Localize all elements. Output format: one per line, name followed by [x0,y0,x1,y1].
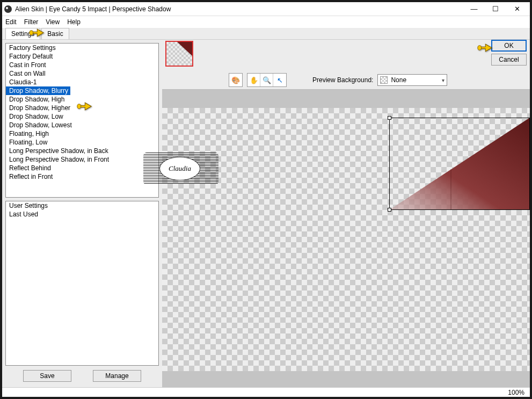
svg-point-0 [30,31,33,35]
preview-thumbnail[interactable] [165,41,193,67]
zoom-level: 100% [508,389,524,396]
minimize-button[interactable]: — [463,3,485,15]
list-item[interactable]: Drop Shadow, Blurry [6,86,70,95]
svg-point-1 [77,104,81,109]
list-item[interactable]: Long Perspective Shadow, in Front [6,155,158,164]
preview-bg-label: Preview Background: [312,76,373,84]
arrow-tool[interactable]: ↖ [273,74,286,86]
hand-pointer-icon [477,41,495,55]
factory-header: Factory Settings [6,43,158,52]
list-item[interactable]: Cast on Wall [6,69,158,78]
list-item[interactable]: Reflect Behind [6,164,158,172]
preview-toolbar: 🎨 ✋ 🔍 ↖ Preview Background: None ▾ OK Ca… [162,71,530,89]
maximize-button[interactable]: ☐ [485,3,506,15]
tool-group-1: 🎨 [229,73,243,87]
menubar: Edit Filter View Help [2,16,530,28]
tabs-row: Settings Basic [2,28,530,40]
left-buttons: Save Manage [5,366,159,384]
selection-handle[interactable] [388,208,391,212]
list-item[interactable]: Floating, High [6,129,158,138]
app-icon [4,5,12,13]
cancel-button[interactable]: Cancel [491,54,527,66]
user-header: User Settings [6,201,158,210]
list-item[interactable]: Drop Shadow, Low [6,112,158,121]
right-panel: 🎨 ✋ 🔍 ↖ Preview Background: None ▾ OK Ca… [162,40,530,387]
chevron-down-icon: ▾ [442,77,444,83]
watermark-stamp: Claudia [143,153,218,185]
manage-button[interactable]: Manage [93,370,141,382]
zoom-tool[interactable]: 🔍 [260,74,273,86]
menu-edit[interactable]: Edit [5,18,17,26]
color-picker-tool[interactable]: 🎨 [229,74,242,86]
main-area: Factory Settings Factory DefaultCast in … [2,40,530,387]
ok-button[interactable]: OK [491,40,527,52]
list-item[interactable]: Last Used [6,210,158,219]
menu-filter[interactable]: Filter [24,18,39,26]
selection-handle[interactable] [388,116,391,120]
thumbnail-row [162,40,530,71]
list-item[interactable]: Cast in Front [6,61,158,69]
window-controls: — ☐ ✕ [463,3,528,15]
list-item[interactable]: Claudia-1 [6,78,158,86]
titlebar: Alien Skin | Eye Candy 5 Impact | Perspe… [2,2,530,16]
user-settings-list[interactable]: User Settings Last Used [5,201,159,366]
menu-view[interactable]: View [46,18,60,26]
status-bar: 100% [2,387,530,397]
window-title: Alien Skin | Eye Candy 5 Impact | Perspe… [15,5,463,13]
save-button[interactable]: Save [23,370,71,382]
watermark-text: Claudia [159,157,200,180]
hand-pointer-icon [29,26,47,40]
list-item[interactable]: Factory Default [6,52,158,61]
hand-tool[interactable]: ✋ [247,74,260,86]
list-item[interactable]: Long Perspective Shadow, in Back [6,147,158,155]
hand-pointer-icon [77,99,95,113]
close-button[interactable]: ✕ [506,3,528,15]
menu-help[interactable]: Help [67,18,81,26]
list-item[interactable]: Reflect in Front [6,172,158,181]
transparency-swatch-icon [380,76,388,84]
preview-bg-value: None [391,76,406,84]
list-item[interactable]: Floating, Low [6,138,158,147]
ok-cancel-group: OK Cancel [491,40,527,66]
left-panel: Factory Settings Factory DefaultCast in … [2,40,162,387]
preview-area[interactable] [162,89,530,387]
tool-group-2: ✋ 🔍 ↖ [247,73,287,87]
list-item[interactable]: Drop Shadow, Lowest [6,121,158,129]
preview-bg-select[interactable]: None ▾ [377,74,447,86]
selection-marquee[interactable] [389,118,530,210]
svg-point-2 [478,46,482,50]
factory-settings-list[interactable]: Factory Settings Factory DefaultCast in … [5,43,159,198]
